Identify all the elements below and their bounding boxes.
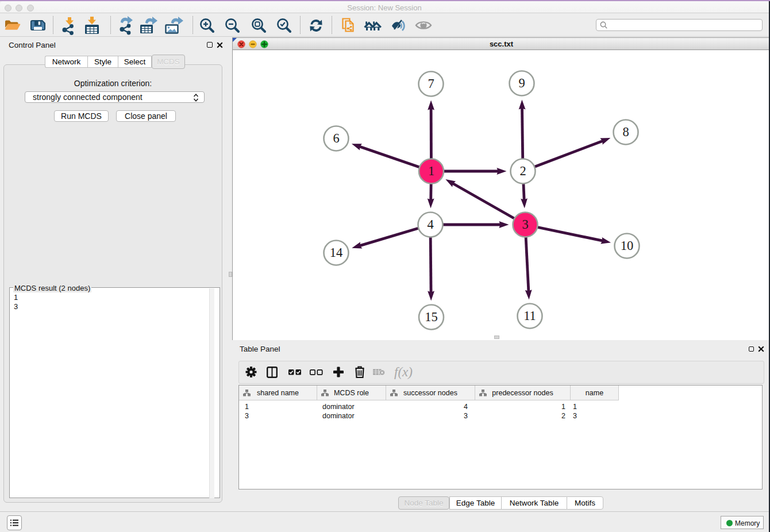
svg-text:4: 4 — [427, 217, 433, 232]
svg-text:6: 6 — [333, 131, 339, 145]
svg-text:2: 2 — [519, 164, 526, 178]
svg-text:7: 7 — [428, 76, 434, 91]
svg-text:1: 1 — [428, 164, 434, 178]
svg-text:10: 10 — [621, 238, 634, 253]
svg-text:3: 3 — [522, 217, 528, 232]
svg-text:11: 11 — [523, 309, 536, 323]
svg-text:f(x): f(x) — [394, 365, 413, 379]
svg-text:15: 15 — [425, 310, 438, 324]
svg-text:14: 14 — [330, 245, 343, 260]
svg-text:9: 9 — [518, 76, 525, 90]
svg-text:8: 8 — [622, 125, 629, 139]
